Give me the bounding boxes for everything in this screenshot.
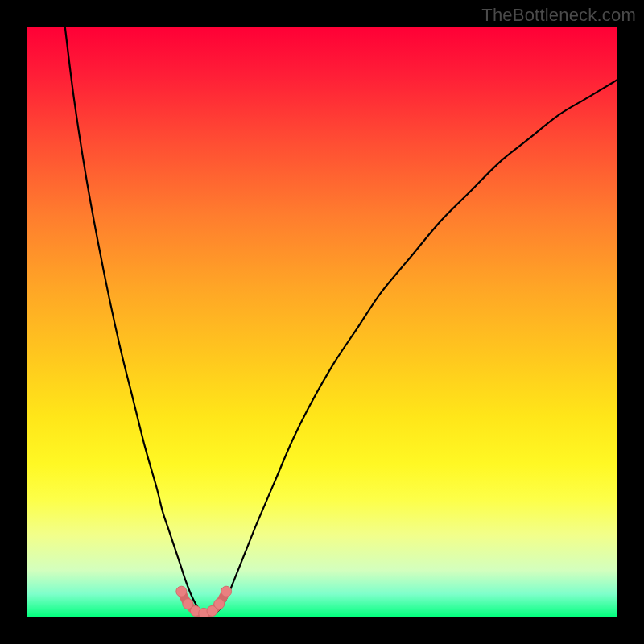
watermark-text: TheBottleneck.com	[481, 5, 636, 26]
plot-area	[27, 27, 617, 617]
chart-frame: TheBottleneck.com	[0, 0, 644, 644]
heat-gradient-background	[27, 27, 617, 617]
